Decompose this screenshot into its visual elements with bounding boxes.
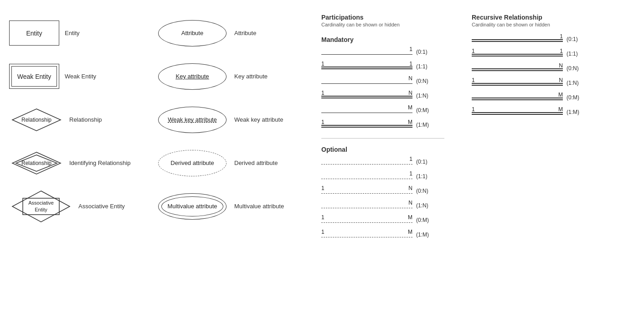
p-num-right-o0m: M — [408, 214, 412, 221]
p-line-area-o1m: 1 M — [321, 230, 412, 240]
p-num-left-o0n: 1 — [321, 185, 325, 191]
right-panel: Participations Cardinality can be shown … — [314, 9, 639, 310]
p-line-area-m0n: N — [321, 76, 412, 86]
rec-row-11: 1 1 (1:1) — [472, 49, 595, 59]
rec-card-1m: (1:M) — [567, 109, 585, 115]
rec-num-right-0n: N — [559, 62, 563, 69]
multivalue-attribute-text: Multivalue attribute — [167, 203, 217, 210]
rec-double-line-1n — [472, 83, 563, 86]
derived-attribute-row: Derived attribute Derived attribute — [156, 144, 294, 182]
key-attribute-row: Key attribute Key attribute — [156, 57, 294, 96]
rec-row-0n: N (0:N) — [472, 63, 595, 73]
assoc-entity-text: AssociativeEntity — [28, 200, 54, 213]
id-relationship-diamond: Relationship — [11, 151, 62, 175]
p-double-line-m1m — [321, 125, 412, 128]
p-double-line-m1n — [321, 96, 412, 98]
weak-entity-label: Weak Entity — [65, 73, 124, 80]
p-single-line-m01 — [321, 54, 412, 55]
rec-card-01: (0:1) — [567, 36, 585, 42]
associative-entity-label: Associative Entity — [78, 203, 138, 210]
p-line-area-m1n: 1 N — [321, 91, 412, 101]
rec-row-0m: M (0:M) — [472, 93, 595, 103]
key-attribute-ellipse-wrap: Key attribute — [156, 62, 229, 91]
rec-line-area-0m: M — [472, 93, 563, 103]
p-card-o11: (1:1) — [416, 173, 434, 180]
multivalue-attribute-label: Multivalue attribute — [234, 203, 294, 210]
weak-entity-row: Weak Entity Weak Entity — [9, 57, 124, 96]
p-row-mandatory-1m: 1 M (1:M) — [321, 120, 458, 130]
assoc-entity-wrap: AssociativeEntity — [9, 188, 73, 225]
derived-attribute-label: Derived attribute — [234, 160, 294, 166]
recursive-title: Recursive Relationship — [472, 14, 595, 21]
entity-row: Entity Entity — [9, 14, 124, 52]
attribute-shapes-col: Attribute Attribute Key attribute Key at… — [151, 9, 298, 310]
relationship-diamond: Relationship — [11, 108, 62, 132]
relationship-label: Relationship — [69, 116, 129, 123]
multivalue-attribute-row: Multivalue attribute Multivalue attribut… — [156, 187, 294, 226]
id-relationship-wrap: Relationship — [9, 149, 64, 177]
p-line-area-m0m: M — [321, 105, 412, 115]
multivalue-attribute-ellipse: Multivalue attribute — [158, 193, 227, 220]
optional-label: Optional — [321, 146, 458, 153]
p-row-mandatory-0m: M (0:M) — [321, 105, 458, 115]
p-card-m1m: (1:M) — [416, 122, 434, 128]
attribute-ellipse-wrap: Attribute — [156, 18, 229, 48]
attribute-row: Attribute Attribute — [156, 14, 294, 52]
p-row-optional-01: 1 (0:1) — [321, 157, 458, 167]
multivalue-ellipse-wrap: Multivalue attribute — [156, 191, 229, 221]
rec-num-left-1n: 1 — [472, 77, 475, 83]
weak-entity-text: Weak Entity — [17, 73, 51, 80]
rec-line-area-01: 1 — [472, 34, 563, 44]
rec-double-line-0m — [472, 98, 563, 100]
p-dashed-line-o1n — [321, 208, 412, 209]
rec-num-right-01: 1 — [560, 33, 563, 40]
p-row-optional-11: 1 (1:1) — [321, 171, 458, 181]
p-dashed-line-o0m — [321, 222, 412, 223]
weak-key-attribute-text: Weak key attribute — [168, 116, 216, 123]
p-line-area-o1n: N — [321, 201, 412, 211]
attribute-label: Attribute — [234, 30, 294, 36]
entity-label: Entity — [65, 30, 124, 36]
entity-shapes-col: Entity Entity Weak Entity Weak Entity — [5, 9, 142, 310]
participations-subtitle: Cardinality can be shown or hidden — [321, 22, 458, 27]
participations-section: Participations Cardinality can be shown … — [314, 9, 465, 310]
derived-attribute-text: Derived attribute — [170, 160, 214, 166]
p-num-right-m11: 1 — [409, 61, 412, 67]
rec-line-area-1n: 1 N — [472, 78, 563, 88]
p-card-m01: (0:1) — [416, 49, 434, 55]
p-num-right-m0n: N — [408, 75, 412, 82]
assoc-entity-diamond: AssociativeEntity — [11, 190, 71, 223]
p-row-optional-0n: 1 N (0:N) — [321, 186, 458, 196]
p-line-area-o11: 1 — [321, 171, 412, 181]
mandatory-label: Mandatory — [321, 36, 458, 43]
weak-key-attribute-label: Weak key attribute — [234, 116, 294, 123]
left-panel: Entity Entity Weak Entity Weak Entity — [5, 9, 314, 310]
rec-num-right-11: 1 — [560, 48, 563, 54]
id-relationship-text: Relationship — [21, 160, 52, 166]
attribute-text: Attribute — [181, 30, 203, 36]
p-num-right-o01: 1 — [409, 156, 412, 162]
p-row-mandatory-11: 1 1 (1:1) — [321, 62, 458, 72]
weak-key-attribute-ellipse: Weak key attribute — [158, 107, 227, 133]
rec-line-area-11: 1 1 — [472, 49, 563, 59]
relationship-diamond-wrap: Relationship — [9, 106, 64, 134]
rec-double-line-11 — [472, 54, 563, 57]
rec-num-left-11: 1 — [472, 48, 475, 54]
entity-shape: Entity — [9, 21, 59, 46]
p-dashed-line-o0n — [321, 193, 412, 194]
p-line-area-o0n: 1 N — [321, 186, 412, 196]
p-row-mandatory-0n: N (0:N) — [321, 76, 458, 86]
p-num-left-m1m: 1 — [321, 119, 325, 125]
p-line-area-o0m: 1 M — [321, 215, 412, 225]
relationship-row: Relationship Relationship — [9, 100, 129, 139]
p-card-m0n: (0:N) — [416, 78, 434, 84]
rec-row-1n: 1 N (1:N) — [472, 78, 595, 88]
p-single-line-m0m — [321, 113, 412, 113]
rec-num-right-1n: N — [559, 77, 563, 83]
rec-num-left-1m: 1 — [472, 106, 475, 113]
weak-key-attribute-row: Weak key attribute Weak key attribute — [156, 100, 294, 139]
separator — [321, 138, 444, 139]
entity-shape-text: Entity — [26, 30, 42, 37]
p-row-optional-0m: 1 M (0:M) — [321, 215, 458, 225]
p-card-m1n: (1:N) — [416, 93, 434, 99]
